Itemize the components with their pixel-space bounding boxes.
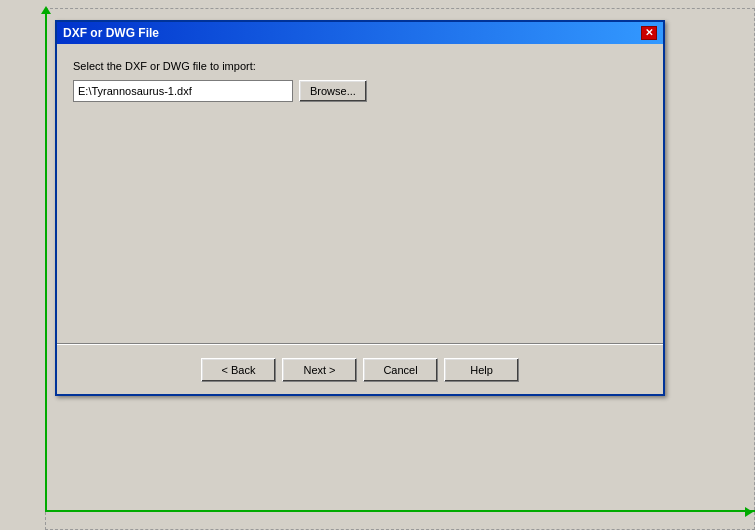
y-axis (45, 8, 47, 512)
dialog-titlebar: DXF or DWG File ✕ (57, 22, 663, 44)
file-input-row: Browse... (73, 80, 647, 102)
x-axis-arrow (745, 507, 753, 517)
dialog-buttons: < Back Next > Cancel Help (57, 358, 663, 382)
back-button[interactable]: < Back (201, 358, 276, 382)
dialog-separator (57, 343, 663, 344)
file-select-label: Select the DXF or DWG file to import: (73, 60, 647, 72)
help-button[interactable]: Help (444, 358, 519, 382)
y-axis-arrow (41, 6, 51, 14)
close-button[interactable]: ✕ (641, 26, 657, 40)
cancel-button[interactable]: Cancel (363, 358, 438, 382)
x-axis (45, 510, 755, 512)
file-path-input[interactable] (73, 80, 293, 102)
dialog-title: DXF or DWG File (63, 26, 159, 40)
browse-button[interactable]: Browse... (299, 80, 367, 102)
dialog-window: DXF or DWG File ✕ Select the DXF or DWG … (55, 20, 665, 396)
dialog-content: Select the DXF or DWG file to import: Br… (57, 44, 663, 394)
next-button[interactable]: Next > (282, 358, 357, 382)
